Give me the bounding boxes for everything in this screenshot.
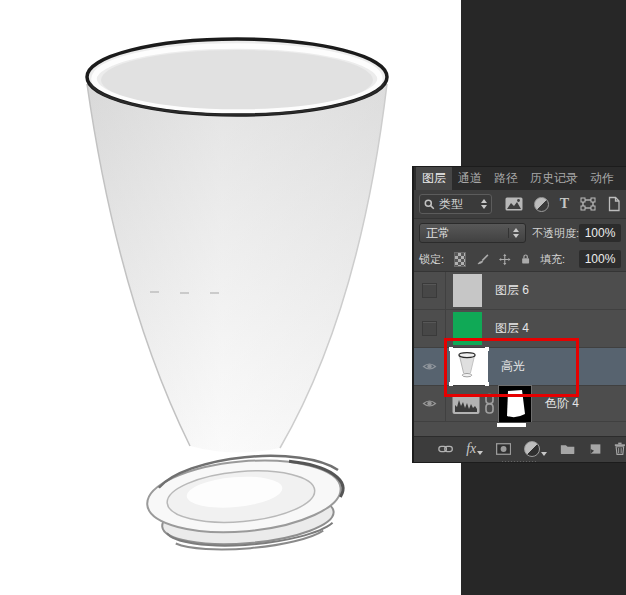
highlight-layer-annotation-box xyxy=(444,338,579,397)
visibility-toggle[interactable] xyxy=(414,310,446,347)
lock-paint-icon[interactable] xyxy=(476,252,489,267)
filter-kind-dropdown[interactable]: 类型 xyxy=(419,194,492,214)
eye-icon xyxy=(422,361,437,372)
visibility-toggle[interactable] xyxy=(414,386,446,421)
link-layers-icon[interactable] xyxy=(438,444,453,454)
blend-mode-row: 正常 不透明度: 100% xyxy=(414,219,626,247)
resize-grip-icon xyxy=(502,461,538,462)
caret-down-icon xyxy=(541,452,547,456)
layer-row-layer6[interactable]: 图层 6 xyxy=(414,272,626,310)
eye-hidden-box xyxy=(422,283,437,298)
shape-filter-icon[interactable] xyxy=(580,197,596,211)
pixel-layer-filter-icon[interactable] xyxy=(505,197,523,211)
tab-paths[interactable]: 路径 xyxy=(488,167,524,190)
type-filter-icon[interactable]: T xyxy=(560,197,569,211)
partial-thumbnail-sliver xyxy=(497,423,526,427)
tab-actions[interactable]: 动作 xyxy=(584,167,620,190)
lock-position-icon[interactable] xyxy=(499,252,511,267)
layer-name: 色阶 4 xyxy=(545,395,579,412)
chevron-up-down-icon xyxy=(481,199,487,209)
fill-field[interactable]: 100% xyxy=(579,250,621,268)
canvas-cup-image xyxy=(30,10,450,580)
layer-name: 图层 6 xyxy=(495,282,529,299)
visibility-toggle[interactable] xyxy=(414,348,446,385)
layer-thumbnail[interactable] xyxy=(453,274,482,307)
eye-icon xyxy=(422,398,437,409)
layer-style-icon[interactable]: fx xyxy=(466,442,483,456)
lock-all-icon[interactable] xyxy=(521,252,530,266)
opacity-field[interactable]: 100% xyxy=(579,224,621,242)
lock-label: 锁定: xyxy=(419,252,444,267)
tab-layers[interactable]: 图层 xyxy=(416,167,452,190)
panel-bottom-bar: fx xyxy=(414,436,626,460)
tab-channels[interactable]: 通道 xyxy=(452,167,488,190)
fill-label: 填充: xyxy=(540,252,565,267)
layer-name: 图层 4 xyxy=(495,320,529,337)
opacity-label: 不透明度: xyxy=(532,226,579,241)
caret-down-icon xyxy=(477,451,483,455)
layer-row-partial xyxy=(414,422,626,436)
layer-filter-row: 类型 T xyxy=(414,190,626,219)
chevron-up-down-icon xyxy=(508,228,519,238)
search-icon xyxy=(424,199,435,210)
new-adjustment-icon[interactable] xyxy=(524,441,547,457)
filter-kind-label: 类型 xyxy=(439,196,463,213)
lock-row: 锁定: 填充: 100% xyxy=(414,247,626,272)
fx-label: fx xyxy=(466,442,476,456)
eye-hidden-box xyxy=(422,321,437,336)
visibility-toggle[interactable] xyxy=(414,272,446,309)
layers-panel: 图层 通道 路径 历史记录 动作 类型 T xyxy=(413,167,626,462)
lock-transparency-icon[interactable] xyxy=(454,252,466,267)
panel-resize-strip[interactable] xyxy=(414,460,626,462)
new-group-icon[interactable] xyxy=(560,442,575,455)
add-mask-icon[interactable] xyxy=(496,442,511,456)
adjustment-circle-icon xyxy=(524,441,540,457)
new-layer-icon[interactable] xyxy=(589,442,602,456)
tab-history[interactable]: 历史记录 xyxy=(524,167,584,190)
smart-object-filter-icon[interactable] xyxy=(607,196,621,212)
delete-layer-icon[interactable] xyxy=(614,441,626,456)
panel-tab-bar: 图层 通道 路径 历史记录 动作 xyxy=(414,167,626,190)
blend-mode-dropdown[interactable]: 正常 xyxy=(419,223,526,243)
adjustment-filter-icon[interactable] xyxy=(534,197,549,212)
blend-mode-value: 正常 xyxy=(426,225,450,242)
glass-lid xyxy=(144,449,348,557)
